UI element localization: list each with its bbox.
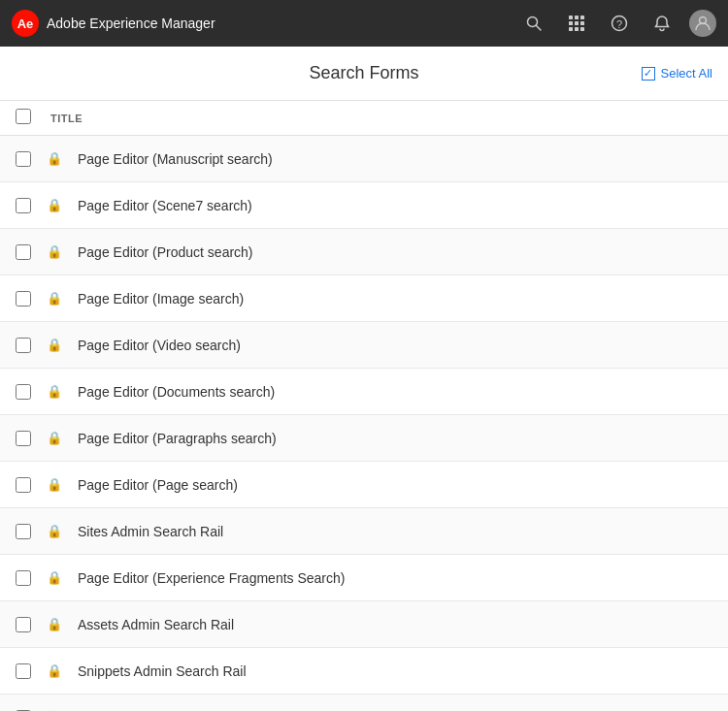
- row-checkbox[interactable]: [16, 384, 31, 400]
- svg-text:?: ?: [616, 18, 622, 30]
- page-header: Search Forms ✓ Select All: [0, 47, 728, 101]
- row-checkbox[interactable]: [16, 663, 31, 679]
- lock-icon: 🔒: [47, 151, 62, 166]
- lock-icon: 🔒: [47, 524, 62, 538]
- lock-icon: 🔒: [47, 431, 62, 445]
- svg-rect-8: [569, 27, 573, 31]
- table-row[interactable]: 🔒 Page Editor (Video search): [0, 322, 728, 369]
- table-row[interactable]: 🔒 Page Editor (Image search): [0, 275, 728, 322]
- table-row[interactable]: 🔒 Page Editor (Manuscript search): [0, 136, 728, 182]
- row-title: Sites Admin Search Rail: [78, 524, 223, 539]
- row-title: Page Editor (Paragraphs search): [78, 431, 277, 446]
- notification-bell-icon[interactable]: [646, 8, 678, 39]
- help-icon[interactable]: ?: [604, 8, 635, 39]
- row-checkbox[interactable]: [16, 338, 31, 353]
- row-title: Assets Admin Search Rail: [78, 617, 234, 632]
- lock-icon: 🔒: [47, 338, 62, 352]
- lock-icon: 🔒: [47, 291, 62, 306]
- app-title: Adobe Experience Manager: [47, 16, 215, 31]
- row-checkbox[interactable]: [16, 524, 31, 539]
- row-title: Page Editor (Manuscript search): [78, 151, 273, 167]
- row-title: Page Editor (Experience Fragments Search…: [78, 570, 345, 586]
- row-checkbox[interactable]: [16, 431, 31, 446]
- lock-icon: 🔒: [47, 244, 62, 259]
- row-title: Page Editor (Documents search): [78, 384, 275, 400]
- page-title: Search Forms: [309, 63, 418, 83]
- svg-rect-10: [580, 27, 584, 31]
- select-all-button[interactable]: ✓ Select All: [642, 66, 712, 81]
- row-title: Snippets Admin Search Rail: [78, 663, 247, 679]
- lock-icon: 🔒: [47, 570, 62, 585]
- app-logo[interactable]: Ae Adobe Experience Manager: [12, 10, 215, 37]
- table-row[interactable]: 🔒 Page Editor (Scene7 search): [0, 182, 728, 229]
- row-checkbox[interactable]: [16, 198, 31, 213]
- lock-icon: 🔒: [47, 663, 62, 678]
- header-checkbox-col: [16, 109, 39, 127]
- table-row[interactable]: 🔒 Snippets Admin Search Rail: [0, 648, 728, 695]
- select-all-label: Select All: [661, 66, 712, 81]
- title-column-header: TITLE: [50, 113, 83, 124]
- table-row[interactable]: 🔒 Stock Admin Search Rail: [0, 695, 728, 711]
- adobe-logo-icon: Ae: [12, 10, 39, 37]
- row-title: Page Editor (Video search): [78, 338, 241, 353]
- row-title: Page Editor (Scene7 search): [78, 198, 252, 213]
- table-row[interactable]: 🔒 Sites Admin Search Rail: [0, 508, 728, 555]
- table-body: 🔒 Page Editor (Manuscript search) 🔒 Page…: [0, 136, 728, 711]
- table-row[interactable]: 🔒 Page Editor (Product search): [0, 229, 728, 275]
- table-header: TITLE: [0, 101, 728, 136]
- lock-icon: 🔒: [47, 617, 62, 631]
- row-checkbox[interactable]: [16, 477, 31, 493]
- row-checkbox[interactable]: [16, 151, 31, 167]
- svg-rect-3: [575, 16, 579, 19]
- svg-line-1: [537, 26, 542, 31]
- lock-icon: 🔒: [47, 477, 62, 492]
- table-row[interactable]: 🔒 Page Editor (Experience Fragments Sear…: [0, 555, 728, 601]
- table-row[interactable]: 🔒 Page Editor (Page search): [0, 462, 728, 508]
- top-navigation: Ae Adobe Experience Manager ?: [0, 0, 728, 47]
- header-checkbox[interactable]: [16, 109, 31, 124]
- row-checkbox[interactable]: [16, 244, 31, 260]
- svg-rect-5: [569, 21, 573, 25]
- row-title: Page Editor (Page search): [78, 477, 238, 493]
- svg-rect-9: [575, 27, 579, 31]
- table-row[interactable]: 🔒 Page Editor (Documents search): [0, 369, 728, 415]
- lock-icon: 🔒: [47, 384, 62, 399]
- user-avatar[interactable]: [689, 10, 716, 37]
- table-row[interactable]: 🔒 Assets Admin Search Rail: [0, 601, 728, 648]
- apps-icon[interactable]: [561, 8, 592, 39]
- svg-rect-7: [580, 21, 584, 25]
- svg-rect-2: [569, 16, 573, 19]
- table-row[interactable]: 🔒 Page Editor (Paragraphs search): [0, 415, 728, 462]
- lock-icon: 🔒: [47, 198, 62, 212]
- row-checkbox[interactable]: [16, 291, 31, 307]
- row-checkbox[interactable]: [16, 617, 31, 632]
- svg-rect-6: [575, 21, 579, 25]
- search-icon[interactable]: [518, 8, 549, 39]
- row-title: Page Editor (Product search): [78, 244, 253, 260]
- select-all-checkbox-icon: ✓: [642, 67, 655, 81]
- svg-rect-4: [580, 16, 584, 19]
- row-checkbox[interactable]: [16, 570, 31, 586]
- row-title: Page Editor (Image search): [78, 291, 244, 307]
